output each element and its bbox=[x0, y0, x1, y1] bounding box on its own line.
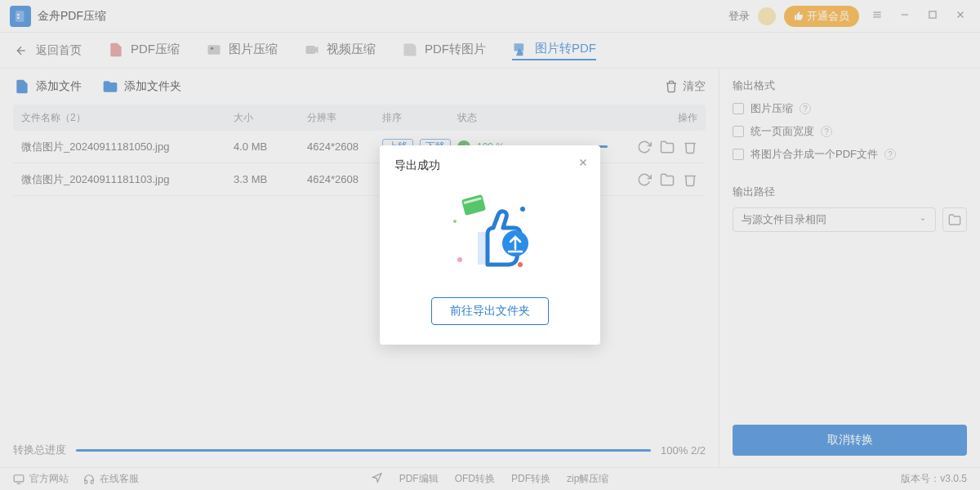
success-illustration bbox=[394, 185, 586, 283]
svg-point-23 bbox=[520, 207, 525, 212]
modal-close-button[interactable] bbox=[577, 157, 589, 172]
open-export-folder-button[interactable]: 前往导出文件夹 bbox=[431, 297, 549, 325]
export-success-modal: 导出成功 前往导出文件夹 bbox=[380, 145, 600, 345]
svg-rect-25 bbox=[461, 194, 486, 216]
modal-overlay: 导出成功 前往导出文件夹 bbox=[0, 0, 980, 490]
svg-point-22 bbox=[457, 257, 462, 262]
modal-title: 导出成功 bbox=[394, 158, 586, 173]
close-icon bbox=[577, 157, 589, 168]
svg-point-21 bbox=[453, 220, 457, 223]
svg-point-24 bbox=[518, 262, 523, 267]
